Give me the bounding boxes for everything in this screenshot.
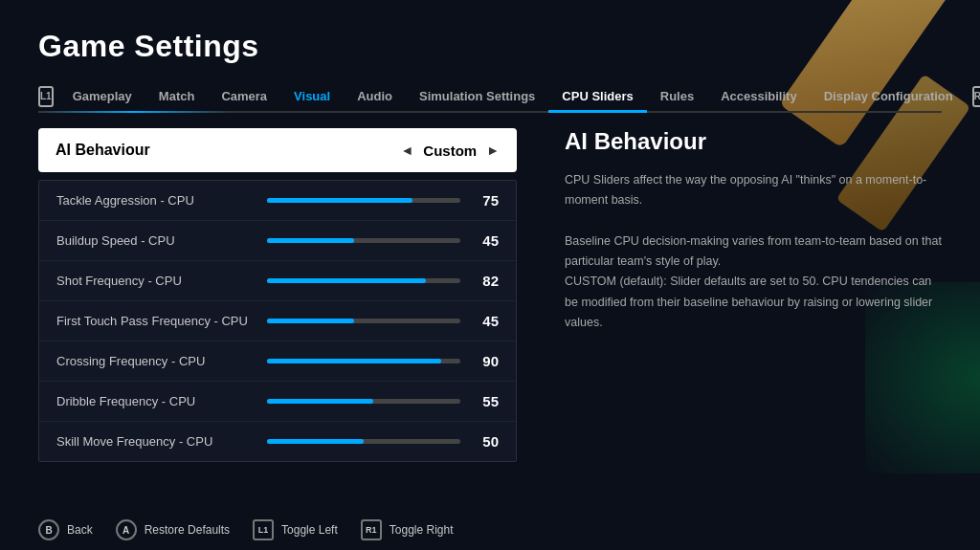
slider-row-firsttouch[interactable]: First Touch Pass Frequency - CPU 45 [39, 301, 516, 341]
nav-tabs: L1 Gameplay Match Camera Visual Audio Si… [38, 81, 942, 113]
slider-track-shot: 82 [267, 273, 499, 289]
selector-arrow-left[interactable]: ◄ [400, 143, 413, 158]
slider-track-bg-shot [267, 278, 460, 283]
footer: B Back A Restore Defaults L1 Toggle Left… [38, 506, 942, 550]
ai-behaviour-header: AI Behaviour ◄ Custom ► [38, 128, 517, 172]
slider-fill-buildup [267, 238, 354, 243]
slider-row-crossing[interactable]: Crossing Frequency - CPU 90 [39, 341, 516, 382]
slider-list: Tackle Aggression - CPU 75 Buildup Speed… [38, 180, 517, 462]
tab-simulation[interactable]: Simulation Settings [406, 81, 548, 111]
slider-value-dribble: 55 [472, 393, 499, 409]
toggle-left-button[interactable]: L1 Toggle Left [253, 519, 338, 540]
slider-fill-dribble [267, 399, 373, 404]
slider-label-dribble: Dribble Frequency - CPU [56, 394, 267, 408]
toggle-left-label: Toggle Left [281, 523, 338, 537]
tab-accessibility[interactable]: Accessibility [707, 81, 811, 111]
slider-track-buildup: 45 [267, 232, 499, 249]
a-icon: A [116, 519, 137, 540]
slider-value-skillmove: 50 [472, 433, 499, 450]
slider-fill-crossing [267, 359, 441, 363]
toggle-right-label: Toggle Right [390, 523, 454, 537]
selector-arrow-right[interactable]: ► [486, 143, 500, 158]
selector-value: Custom [423, 143, 477, 159]
slider-row-tackle[interactable]: Tackle Aggression - CPU 75 [39, 181, 516, 221]
page-title: Game Settings [38, 29, 942, 64]
slider-track-firsttouch: 45 [267, 313, 499, 329]
back-label: Back [67, 523, 93, 537]
slider-row-buildup[interactable]: Buildup Speed - CPU 45 [39, 221, 516, 261]
tab-display[interactable]: Display Configuration [811, 81, 967, 111]
left-panel: AI Behaviour ◄ Custom ► Tackle Aggressio… [38, 128, 517, 506]
tab-camera[interactable]: Camera [208, 81, 280, 111]
nav-active-line [38, 111, 230, 113]
slider-row-skillmove[interactable]: Skill Move Frequency - CPU 50 [39, 422, 516, 461]
slider-value-firsttouch: 45 [472, 313, 499, 329]
right-panel-title: AI Behaviour [565, 128, 942, 155]
ai-behaviour-selector[interactable]: ◄ Custom ► [400, 143, 500, 159]
slider-value-buildup: 45 [472, 232, 499, 249]
slider-label-crossing: Crossing Frequency - CPU [56, 354, 267, 368]
slider-track-tackle: 75 [267, 192, 499, 209]
slider-track-bg-dribble [267, 399, 460, 404]
slider-label-skillmove: Skill Move Frequency - CPU [56, 434, 267, 449]
right-panel-desc: CPU Sliders affect the way the opposing … [565, 170, 942, 333]
tab-match[interactable]: Match [145, 81, 209, 111]
slider-track-bg-tackle [267, 198, 460, 203]
right-panel: AI Behaviour CPU Sliders affect the way … [517, 128, 942, 506]
toggle-right-button[interactable]: R1 Toggle Right [361, 519, 454, 540]
slider-label-firsttouch: First Touch Pass Frequency - CPU [56, 314, 267, 328]
restore-button[interactable]: A Restore Defaults [116, 519, 230, 540]
slider-fill-skillmove [267, 439, 364, 444]
slider-value-shot: 82 [472, 273, 499, 289]
back-button[interactable]: B Back [38, 519, 93, 540]
slider-track-bg-buildup [267, 238, 460, 243]
tab-audio[interactable]: Audio [344, 81, 406, 111]
slider-fill-firsttouch [267, 319, 354, 323]
slider-row-dribble[interactable]: Dribble Frequency - CPU 55 [39, 382, 516, 422]
slider-fill-tackle [267, 198, 412, 203]
tab-visual[interactable]: Visual [280, 81, 344, 111]
slider-value-crossing: 90 [472, 353, 499, 369]
desc-line3: CUSTOM (default): Slider defaults are se… [565, 275, 932, 329]
desc-line2: Baseline CPU decision-making varies from… [565, 234, 942, 268]
slider-track-bg-crossing [267, 359, 460, 363]
page-container: Game Settings L1 Gameplay Match Camera V… [0, 0, 980, 550]
r1-footer-icon: R1 [361, 519, 382, 540]
tab-cpu-sliders[interactable]: CPU Sliders [548, 81, 646, 111]
tab-gameplay[interactable]: Gameplay [59, 81, 145, 111]
slider-track-bg-skillmove [267, 439, 460, 444]
slider-track-dribble: 55 [267, 393, 499, 409]
slider-label-tackle: Tackle Aggression - CPU [56, 193, 267, 208]
ai-behaviour-title: AI Behaviour [56, 142, 150, 159]
restore-label: Restore Defaults [145, 523, 230, 537]
slider-track-bg-firsttouch [267, 319, 460, 323]
tab-rules[interactable]: Rules [647, 81, 707, 111]
slider-row-shot[interactable]: Shot Frequency - CPU 82 [39, 261, 516, 301]
r1-icon: R1 [972, 86, 980, 107]
slider-label-shot: Shot Frequency - CPU [56, 274, 267, 288]
slider-label-buildup: Buildup Speed - CPU [56, 233, 267, 248]
l1-icon: L1 [38, 86, 54, 107]
main-content: AI Behaviour ◄ Custom ► Tackle Aggressio… [38, 113, 942, 506]
slider-track-skillmove: 50 [267, 433, 499, 450]
desc-line1: CPU Sliders affect the way the opposing … [565, 173, 926, 207]
slider-value-tackle: 75 [472, 192, 499, 209]
b-icon: B [38, 519, 59, 540]
l1-footer-icon: L1 [253, 519, 274, 540]
slider-fill-shot [267, 278, 426, 283]
slider-track-crossing: 90 [267, 353, 499, 369]
